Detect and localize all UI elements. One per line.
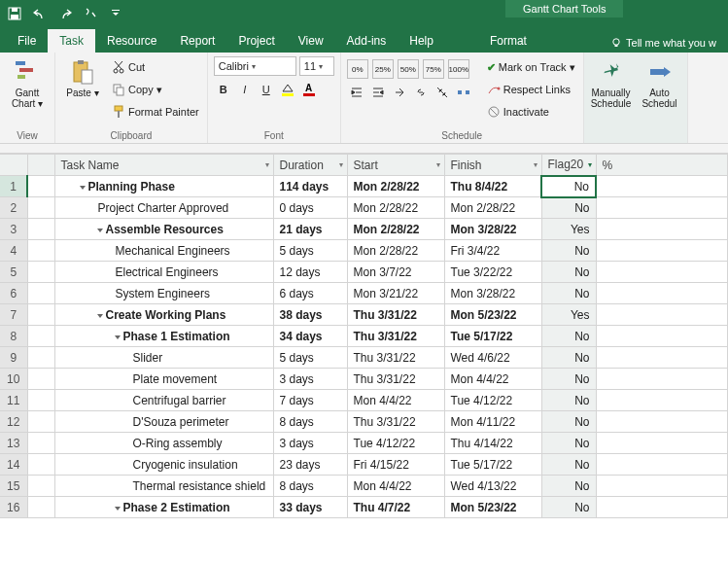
cell-indicator[interactable] — [27, 454, 54, 476]
col-task-name[interactable]: Task Name▾ — [54, 155, 273, 176]
cell-finish[interactable]: Mon 5/23/22 — [444, 497, 541, 518]
cell-finish[interactable]: Tue 4/12/22 — [444, 390, 541, 411]
outline-toggle-icon[interactable] — [115, 335, 121, 339]
inactivate-button[interactable]: Inactivate — [485, 101, 577, 123]
cell-indicator[interactable] — [27, 176, 54, 197]
cell-indicator[interactable] — [27, 390, 54, 411]
row-header[interactable]: 14 — [0, 454, 27, 476]
tab-help[interactable]: Help — [398, 29, 445, 53]
cell-finish[interactable]: Thu 4/14/22 — [444, 433, 541, 454]
cell-duration[interactable]: 0 days — [273, 197, 347, 219]
redo-icon[interactable] — [54, 3, 76, 24]
cell-flag20[interactable]: No — [541, 197, 596, 219]
split-task-icon[interactable] — [454, 83, 473, 102]
cell-start[interactable]: Thu 4/7/22 — [347, 497, 444, 518]
row-header[interactable]: 5 — [0, 262, 27, 283]
row-header[interactable]: 7 — [0, 304, 27, 326]
font-size-combo[interactable]: 11▾ — [299, 56, 334, 76]
tab-file[interactable]: File — [6, 29, 48, 53]
cell-flag20[interactable]: No — [541, 369, 596, 390]
cell-start[interactable]: Thu 3/31/22 — [347, 304, 444, 326]
move-up-icon[interactable] — [390, 83, 409, 102]
auto-schedule-button[interactable]: Auto Schedul — [639, 56, 681, 111]
cell-duration[interactable]: 34 days — [273, 326, 347, 347]
cell-finish[interactable]: Mon 3/28/22 — [444, 283, 541, 304]
cell-indicator[interactable] — [27, 262, 54, 283]
cell-indicator[interactable] — [27, 369, 54, 390]
cell-finish[interactable]: Mon 3/28/22 — [444, 219, 541, 240]
row-header[interactable]: 13 — [0, 433, 27, 454]
cell-start[interactable]: Mon 3/7/22 — [347, 262, 444, 283]
select-all-corner[interactable] — [0, 155, 27, 176]
cell-duration[interactable]: 114 days — [273, 176, 347, 197]
row-header[interactable]: 9 — [0, 347, 27, 369]
indent-button[interactable] — [368, 83, 388, 102]
cell-pct[interactable] — [596, 454, 728, 476]
mark-on-track-button[interactable]: ✔Mark on Track ▾ — [485, 56, 577, 78]
col-finish[interactable]: Finish▾ — [444, 155, 541, 176]
cell-indicator[interactable] — [27, 476, 54, 497]
cell-start[interactable]: Tue 4/12/22 — [347, 433, 444, 454]
cell-flag20[interactable]: No — [541, 497, 596, 518]
cell-task-name[interactable]: Thermal resistance shield — [54, 476, 273, 497]
cell-flag20[interactable]: Yes — [541, 219, 596, 240]
tab-resource[interactable]: Resource — [95, 29, 168, 53]
cell-flag20[interactable]: Yes — [541, 304, 596, 326]
cell-start[interactable]: Thu 3/31/22 — [347, 411, 444, 433]
cell-pct[interactable] — [596, 411, 728, 433]
row-header[interactable]: 8 — [0, 326, 27, 347]
cell-indicator[interactable] — [27, 197, 54, 219]
cell-finish[interactable]: Tue 5/17/22 — [444, 454, 541, 476]
cell-pct[interactable] — [596, 283, 728, 304]
cell-indicator[interactable] — [27, 433, 54, 454]
cell-duration[interactable]: 6 days — [273, 283, 347, 304]
cell-duration[interactable]: 21 days — [273, 219, 347, 240]
cell-pct[interactable] — [596, 497, 728, 518]
col-indicators[interactable] — [27, 155, 54, 176]
cell-task-name[interactable]: Phase 2 Estimation — [54, 497, 273, 518]
col-start[interactable]: Start▾ — [347, 155, 444, 176]
cell-duration[interactable]: 33 days — [273, 497, 347, 518]
cell-start[interactable]: Mon 2/28/22 — [347, 197, 444, 219]
pct-0-button[interactable]: 0% — [347, 59, 368, 79]
cell-flag20[interactable]: No — [541, 326, 596, 347]
row-header[interactable]: 3 — [0, 219, 27, 240]
cell-indicator[interactable] — [27, 304, 54, 326]
row-header[interactable]: 12 — [0, 411, 27, 433]
cell-finish[interactable]: Tue 3/22/22 — [444, 262, 541, 283]
cell-finish[interactable]: Mon 5/23/22 — [444, 304, 541, 326]
qat-item-icon[interactable] — [80, 3, 101, 24]
cell-start[interactable]: Mon 2/28/22 — [347, 219, 444, 240]
tab-addins[interactable]: Add-ins — [335, 29, 399, 53]
cell-flag20[interactable]: No — [541, 347, 596, 369]
unlink-button[interactable] — [433, 83, 452, 102]
cell-task-name[interactable]: Planning Phase — [54, 176, 273, 197]
cell-finish[interactable]: Mon 4/11/22 — [444, 411, 541, 433]
font-color-button[interactable]: A — [299, 80, 319, 99]
cell-pct[interactable] — [596, 433, 728, 454]
pct-50-button[interactable]: 50% — [398, 59, 419, 79]
cell-pct[interactable] — [596, 240, 728, 262]
cell-start[interactable]: Fri 4/15/22 — [347, 454, 444, 476]
cell-pct[interactable] — [596, 390, 728, 411]
outline-toggle-icon[interactable] — [80, 186, 86, 190]
cell-duration[interactable]: 23 days — [273, 454, 347, 476]
cell-indicator[interactable] — [27, 326, 54, 347]
cell-indicator[interactable] — [27, 411, 54, 433]
bold-button[interactable]: B — [214, 80, 233, 99]
cell-task-name[interactable]: Assemble Resources — [54, 219, 273, 240]
cell-pct[interactable] — [596, 176, 728, 197]
pct-75-button[interactable]: 75% — [423, 59, 444, 79]
cell-flag20[interactable]: No — [541, 262, 596, 283]
respect-links-button[interactable]: Respect Links — [485, 79, 577, 100]
cut-button[interactable]: Cut — [110, 56, 201, 78]
cell-task-name[interactable]: Project Charter Approved — [54, 197, 273, 219]
cell-indicator[interactable] — [27, 283, 54, 304]
row-header[interactable]: 2 — [0, 197, 27, 219]
cell-task-name[interactable]: Electrical Engineers — [54, 262, 273, 283]
cell-duration[interactable]: 8 days — [273, 411, 347, 433]
cell-finish[interactable]: Fri 3/4/22 — [444, 240, 541, 262]
col-duration[interactable]: Duration▾ — [273, 155, 347, 176]
tab-view[interactable]: View — [287, 29, 335, 53]
cell-pct[interactable] — [596, 304, 728, 326]
